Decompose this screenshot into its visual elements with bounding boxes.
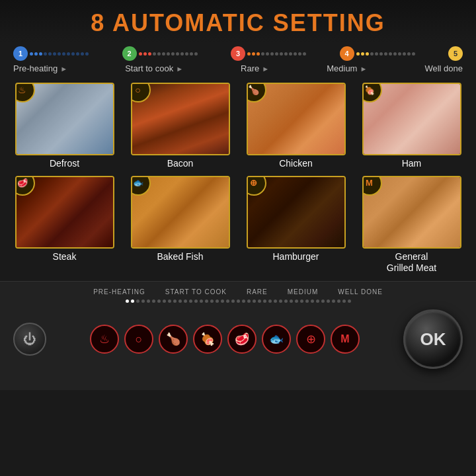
progress-dots: 1 2 3 4 (13, 46, 463, 61)
dot-line-2 (137, 52, 231, 55)
icon-steak-btn[interactable]: 🥩 (227, 325, 257, 354)
food-item-bakedfish[interactable]: 🐟 Baked Fish (126, 176, 235, 274)
food-img-bacon: ○ (131, 83, 230, 155)
food-item-grilledmeat[interactable]: M GeneralGrilled Meat (357, 176, 466, 274)
stage-well-done: WELL DONE (338, 288, 383, 296)
steak-label: Steak (53, 251, 77, 262)
food-img-grilledmeat: M (362, 176, 461, 249)
bottom-panel: PRE-HEATING START TO COOK RARE MEDIUM WE… (0, 281, 476, 390)
step-4-circle: 4 (340, 46, 354, 61)
page-title: 8 AUTOMATIC SETTING (0, 9, 476, 37)
label-preheating: Pre-heating ► (13, 63, 67, 73)
icon-bacon-btn[interactable]: ○ (124, 325, 153, 354)
stage-preheating: PRE-HEATING (93, 288, 145, 296)
bakedfish-label: Baked Fish (157, 251, 203, 262)
chicken-label: Chicken (279, 158, 313, 169)
ham-label: Ham (402, 158, 422, 169)
label-start-to-cook: Start to cook ► (125, 63, 183, 73)
icon-defrost-btn[interactable]: ♨ (90, 325, 119, 354)
food-item-steak[interactable]: 🥩 Steak (10, 176, 119, 274)
icon-grilled-btn[interactable]: M (331, 325, 360, 354)
food-img-ham: 🍖 (362, 83, 461, 155)
label-medium: Medium ► (327, 63, 367, 73)
food-item-bacon[interactable]: ○ Bacon (126, 83, 235, 169)
icon-hamburger-btn[interactable]: ⊕ (296, 325, 325, 354)
power-button[interactable]: ⏻ (13, 323, 46, 356)
hamburger-label: Hamburger (272, 251, 319, 262)
food-icons-row: ♨ ○ 🍗 🍖 🥩 🐟 ⊕ M (90, 325, 360, 354)
dot-line-1 (28, 52, 122, 55)
bottom-controls: ⏻ ♨ ○ 🍗 🍖 🥩 🐟 ⊕ M OK (13, 309, 463, 369)
dot-line-3 (245, 52, 340, 55)
icon-ham-btn[interactable]: 🍖 (193, 325, 222, 354)
bottom-dots (13, 299, 463, 303)
food-img-bakedfish: 🐟 (131, 176, 230, 249)
step-2-circle: 2 (122, 46, 137, 61)
stage-medium: MEDIUM (288, 288, 319, 296)
food-img-steak: 🥩 (15, 176, 114, 249)
food-img-hamburger: ⊕ (247, 176, 346, 249)
progress-labels: Pre-heating ► Start to cook ► Rare ► Med… (13, 63, 463, 73)
step-1-circle: 1 (13, 46, 28, 61)
food-item-ham[interactable]: 🍖 Ham (357, 83, 466, 169)
food-item-defrost[interactable]: ♨ Defrost (10, 83, 119, 169)
food-item-chicken[interactable]: 🍗 Chicken (241, 83, 350, 169)
food-img-chicken: 🍗 (247, 83, 346, 155)
label-rare: Rare ► (241, 63, 269, 73)
bacon-label: Bacon (167, 158, 194, 169)
food-img-defrost: ♨ (15, 83, 114, 155)
ok-button[interactable]: OK (403, 309, 463, 369)
progress-section: 1 2 3 4 (0, 42, 476, 75)
stage-labels-row: PRE-HEATING START TO COOK RARE MEDIUM WE… (13, 288, 463, 296)
food-grid: ♨ Defrost ○ Bacon 🍗 Chicken 🍖 Ham 🥩 (0, 75, 476, 281)
icon-fish-btn[interactable]: 🐟 (262, 325, 291, 354)
step-5-circle: 5 (448, 46, 463, 61)
dot-line-4 (354, 52, 449, 55)
defrost-label: Defrost (50, 158, 79, 169)
icon-chicken-btn[interactable]: 🍗 (159, 325, 188, 354)
stage-start-to-cook: START TO COOK (165, 288, 227, 296)
label-well-done: Well done (424, 63, 463, 73)
step-3-circle: 3 (231, 46, 245, 61)
stage-rare: RARE (247, 288, 268, 296)
header: 8 AUTOMATIC SETTING (0, 0, 476, 42)
food-item-hamburger[interactable]: ⊕ Hamburger (241, 176, 350, 274)
grilledmeat-label: GeneralGrilled Meat (387, 251, 436, 274)
